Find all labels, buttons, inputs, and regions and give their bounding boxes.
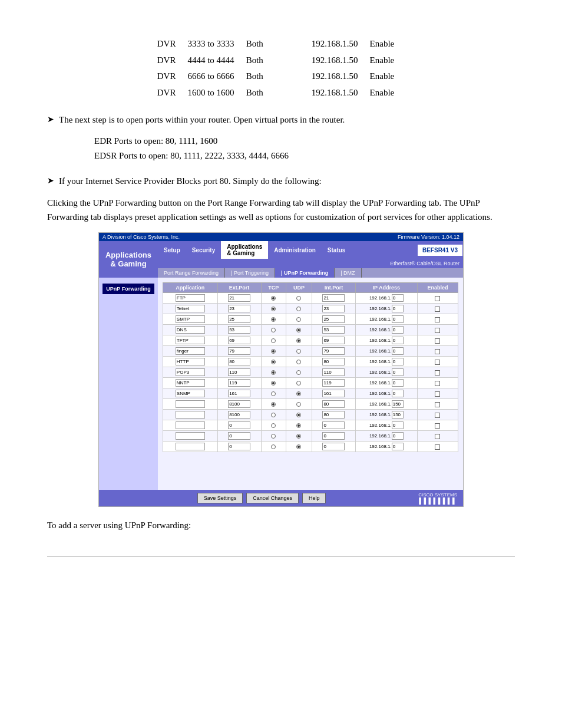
- enabled-cell[interactable]: [417, 431, 458, 442]
- tab-security[interactable]: Security: [186, 245, 221, 256]
- app-input[interactable]: [176, 358, 205, 365]
- udp-cell[interactable]: [286, 346, 312, 357]
- tab-apps-gaming[interactable]: Applications& Gaming: [221, 241, 268, 259]
- enabled-cell[interactable]: [417, 410, 458, 420]
- intport-input[interactable]: [322, 294, 345, 302]
- intport-input[interactable]: [322, 411, 345, 419]
- enabled-checkbox[interactable]: [435, 434, 440, 439]
- udp-cell[interactable]: [286, 410, 312, 420]
- ip-octet-input[interactable]: [392, 443, 404, 450]
- ip-octet-input[interactable]: [392, 326, 404, 334]
- ip-octet-input[interactable]: [392, 411, 404, 419]
- enabled-checkbox[interactable]: [435, 296, 440, 301]
- intport-input[interactable]: [322, 347, 345, 355]
- enabled-cell[interactable]: [417, 357, 458, 367]
- enabled-cell[interactable]: [417, 325, 458, 335]
- app-input[interactable]: [176, 421, 205, 429]
- ip-octet-input[interactable]: [392, 379, 404, 387]
- extport-input[interactable]: [228, 315, 250, 323]
- tcp-cell[interactable]: [261, 388, 286, 399]
- extport-input[interactable]: [228, 294, 250, 302]
- extport-input[interactable]: [228, 421, 250, 429]
- udp-radio[interactable]: [296, 296, 301, 301]
- intport-input[interactable]: [322, 337, 345, 344]
- app-input[interactable]: [176, 411, 205, 419]
- tcp-cell[interactable]: [261, 442, 286, 452]
- ip-octet-input[interactable]: [392, 358, 404, 365]
- enabled-cell[interactable]: [417, 304, 458, 314]
- enabled-checkbox[interactable]: [435, 370, 440, 375]
- enabled-cell[interactable]: [417, 388, 458, 399]
- intport-input[interactable]: [322, 421, 345, 429]
- cancel-button[interactable]: Cancel Changes: [246, 493, 299, 503]
- tcp-radio[interactable]: [271, 317, 276, 322]
- extport-input[interactable]: [228, 443, 250, 450]
- ip-octet-input[interactable]: [392, 390, 404, 397]
- help-button[interactable]: Help: [302, 493, 326, 503]
- enabled-checkbox[interactable]: [435, 317, 440, 322]
- udp-radio[interactable]: [296, 360, 301, 364]
- enabled-cell[interactable]: [417, 420, 458, 431]
- intport-input[interactable]: [322, 358, 345, 365]
- intport-input[interactable]: [322, 390, 345, 397]
- tcp-radio[interactable]: [271, 370, 276, 375]
- app-input[interactable]: [176, 305, 205, 312]
- enabled-checkbox[interactable]: [435, 444, 440, 450]
- udp-cell[interactable]: [286, 399, 312, 410]
- save-button[interactable]: Save Settings: [197, 493, 243, 503]
- tcp-cell[interactable]: [261, 410, 286, 420]
- tcp-radio[interactable]: [271, 307, 276, 311]
- app-input[interactable]: [176, 294, 205, 302]
- app-input[interactable]: [176, 390, 205, 397]
- intport-input[interactable]: [322, 305, 345, 312]
- intport-input[interactable]: [322, 432, 345, 440]
- enabled-checkbox[interactable]: [435, 338, 440, 344]
- intport-input[interactable]: [322, 326, 345, 334]
- enabled-cell[interactable]: [417, 335, 458, 346]
- tcp-cell[interactable]: [261, 367, 286, 378]
- udp-cell[interactable]: [286, 388, 312, 399]
- enabled-checkbox[interactable]: [435, 349, 440, 354]
- udp-radio[interactable]: [296, 413, 301, 417]
- udp-cell[interactable]: [286, 357, 312, 367]
- tcp-radio[interactable]: [271, 381, 276, 386]
- enabled-checkbox[interactable]: [435, 402, 440, 407]
- enabled-checkbox[interactable]: [435, 328, 440, 333]
- tcp-radio[interactable]: [271, 444, 276, 449]
- app-input[interactable]: [176, 368, 205, 376]
- enabled-cell[interactable]: [417, 293, 458, 304]
- subtab-port-range[interactable]: Port Range Forwarding: [158, 268, 225, 278]
- tcp-cell[interactable]: [261, 314, 286, 325]
- udp-radio[interactable]: [296, 381, 301, 386]
- intport-input[interactable]: [322, 400, 345, 408]
- enabled-checkbox[interactable]: [435, 381, 440, 386]
- tcp-radio[interactable]: [271, 434, 276, 439]
- tcp-cell[interactable]: [261, 304, 286, 314]
- extport-input[interactable]: [228, 358, 250, 365]
- udp-cell[interactable]: [286, 335, 312, 346]
- enabled-cell[interactable]: [417, 346, 458, 357]
- tcp-radio[interactable]: [271, 413, 276, 417]
- extport-input[interactable]: [228, 400, 250, 408]
- extport-input[interactable]: [228, 347, 250, 355]
- udp-cell[interactable]: [286, 378, 312, 388]
- tcp-radio[interactable]: [271, 402, 276, 407]
- tcp-cell[interactable]: [261, 431, 286, 442]
- extport-input[interactable]: [228, 368, 250, 376]
- udp-radio[interactable]: [296, 423, 301, 428]
- tcp-radio[interactable]: [271, 360, 276, 364]
- tcp-cell[interactable]: [261, 420, 286, 431]
- enabled-checkbox[interactable]: [435, 307, 440, 312]
- app-input[interactable]: [176, 443, 205, 450]
- enabled-checkbox[interactable]: [435, 413, 440, 418]
- udp-radio[interactable]: [296, 444, 301, 449]
- udp-radio[interactable]: [296, 328, 301, 332]
- extport-input[interactable]: [228, 390, 250, 397]
- extport-input[interactable]: [228, 379, 250, 387]
- subtab-dmz[interactable]: | DMZ: [335, 268, 361, 278]
- intport-input[interactable]: [322, 315, 345, 323]
- app-input[interactable]: [176, 326, 205, 334]
- extport-input[interactable]: [228, 326, 250, 334]
- enabled-cell[interactable]: [417, 378, 458, 388]
- ip-octet-input[interactable]: [392, 294, 404, 302]
